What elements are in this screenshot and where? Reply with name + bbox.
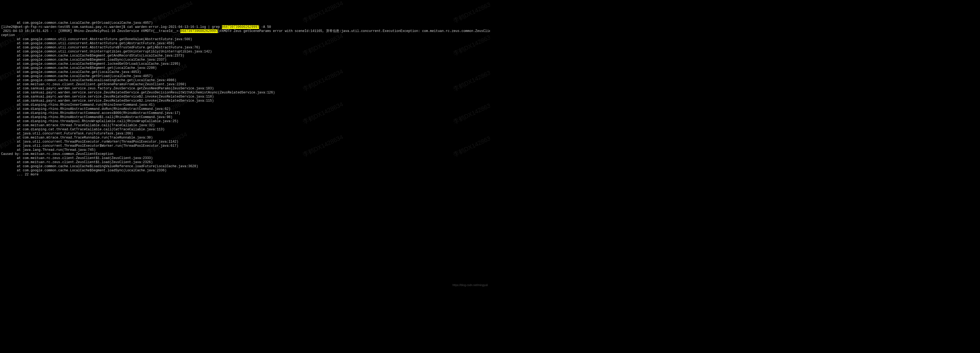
stack-trace-line: at java.lang.Thread.run(Thread.java:745) bbox=[1, 148, 96, 152]
stack-trace-line: at com.google.common.cache.LocalCache$Se… bbox=[1, 66, 157, 70]
stack-trace-line: at com.google.common.util.concurrent.Uni… bbox=[1, 50, 212, 54]
stack-trace-line: at com.google.common.cache.LocalCache$Se… bbox=[1, 58, 167, 62]
stack-trace-line: at com.meituan.rc.zeus.client.ZeusClient… bbox=[1, 160, 153, 164]
error-continuation: ception bbox=[1, 33, 15, 37]
stack-trace-line: at com.meituan.rc.zeus.client.ZeusClient… bbox=[1, 82, 186, 86]
stack-trace-line: at com.google.common.util.concurrent.Abs… bbox=[1, 38, 192, 41]
stack-trace-line: at com.sankuai.payrc.warden.service.serv… bbox=[1, 91, 275, 95]
more-frames-line: ... 22 more bbox=[1, 173, 38, 176]
stack-trace-line: at com.sankuai.payrc.warden.service.zeus… bbox=[1, 87, 214, 90]
stack-trace-line: at com.google.common.cache.LocalCache.ge… bbox=[1, 74, 153, 78]
source-url: https://blog.csdn.net/mingyuli bbox=[452, 283, 488, 287]
command-flags: -A 50 bbox=[259, 25, 271, 29]
stack-trace-line: at com.dianping.rhino.RhinoAbstractComma… bbox=[1, 111, 180, 115]
stack-trace-line: at com.google.common.cache.LocalCache$Lo… bbox=[1, 165, 198, 168]
stack-trace-line: at com.meituan.mtrace.thread.TraceRunnab… bbox=[1, 136, 153, 139]
stack-trace-line: at com.google.common.cache.LocalCache.ge… bbox=[1, 70, 141, 74]
stack-trace-line: at com.dianping.rhino.threadpool.RhinoWr… bbox=[1, 119, 178, 123]
terminal-output[interactable]: at com.google.common.cache.LocalCache.ge… bbox=[1, 17, 489, 177]
stack-trace-line: at com.google.common.cache.LocalCache$Lo… bbox=[1, 78, 177, 82]
stack-trace-line: at com.dianping.rhino.RhinoAbstractComma… bbox=[1, 107, 170, 111]
stack-trace-line: at com.dianping.cat.thread.CatTraceCalla… bbox=[1, 128, 165, 131]
stack-trace-line: at com.google.common.util.concurrent.Abs… bbox=[1, 41, 175, 45]
shell-prompt: [lihe26@set-gh-fsp-rc-warden-test05 com.… bbox=[1, 25, 127, 29]
stack-trace-line: at com.meituan.mtrace.thread.TraceCallab… bbox=[1, 123, 155, 127]
stack-trace-line: at com.sankuai.payrc.warden.service.serv… bbox=[1, 95, 214, 99]
stack-trace-line: at java.util.concurrent.ThreadPoolExecut… bbox=[1, 144, 178, 148]
stack-trace-line: at com.sankuai.payrc.warden.service.serv… bbox=[1, 99, 214, 103]
trace-id-match: 8687397396002629997 bbox=[180, 29, 218, 33]
command-prompt-line: [lihe26@set-gh-fsp-rc-warden-test05 com.… bbox=[1, 25, 271, 29]
stack-trace-line: at com.google.common.util.concurrent.Abs… bbox=[1, 46, 200, 49]
stack-trace-line: at com.google.common.cache.LocalCache$Se… bbox=[1, 62, 180, 66]
stack-trace-line: at java.util.concurrent.ThreadPoolExecut… bbox=[1, 140, 178, 144]
grep-search-term: 8687397396002629997 bbox=[222, 25, 259, 29]
error-suffix: }#XMDT# Zeus getSceneParams error with s… bbox=[218, 29, 490, 33]
error-log-line: 2021-04-13 16:14:51.425 - - [ERROR] Rhin… bbox=[1, 29, 490, 33]
stack-trace-line: at com.google.common.cache.LocalCache$Se… bbox=[1, 169, 167, 173]
stack-trace-line: at com.dianping.rhino.RhinoAbstractComma… bbox=[1, 115, 173, 119]
stack-trace-line: at com.google.common.cache.LocalCache$Se… bbox=[1, 54, 185, 58]
stack-trace-line: at com.dianping.rhino.RhinoInnerCommand.… bbox=[1, 103, 155, 107]
caused-by-line: Caused by: com.meituan.rc.zeus.common.Ze… bbox=[1, 152, 113, 156]
error-prefix: 2021-04-13 16:14:51.425 - - [ERROR] Rhin… bbox=[1, 29, 180, 33]
stack-trace-line: at java.util.concurrent.FutureTask.run(F… bbox=[1, 132, 133, 136]
stack-trace-line: at com.meituan.rc.zeus.client.ZeusClient… bbox=[1, 156, 153, 160]
stack-trace-line: at com.google.common.cache.LocalCache.ge… bbox=[1, 21, 153, 25]
command-text: cat warden-error.log-2021-04-13-16-1.log… bbox=[127, 25, 222, 29]
